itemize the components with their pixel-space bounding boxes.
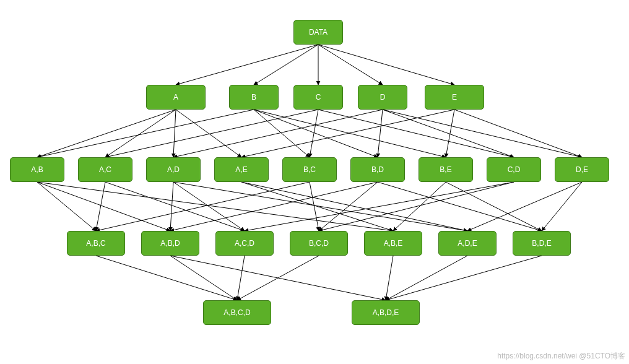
node-ac: A,C [78,157,132,182]
node-c: C [293,85,343,110]
node-a: A [146,85,206,110]
edge-data-e [318,45,454,85]
node-bde: B,D,E [513,231,571,256]
node-ab: A,B [10,157,64,182]
edge-bde-abde [386,256,542,300]
edge-ab-abe [37,182,393,231]
edge-cd-acd [245,182,514,231]
edge-a-ae [176,110,241,157]
edge-ad-ade [173,182,467,231]
edge-c-ac [105,110,318,157]
edge-a-ac [105,110,176,157]
node-de: D,E [555,157,609,182]
node-bcd: B,C,D [290,231,348,256]
edge-b-ab [37,110,254,157]
edge-bc-abc [96,182,310,231]
node-abc: A,B,C [67,231,125,256]
edge-abd-abde [170,256,386,300]
edge-d-bd [378,110,383,157]
node-cd: C,D [487,157,541,182]
node-bc: B,C [282,157,337,182]
edge-data-d [318,45,383,85]
edge-ad-abd [170,182,173,231]
edge-d-de [383,110,582,157]
node-acd: A,C,D [215,231,274,256]
edge-acd-abcd [237,256,245,300]
node-data: DATA [293,20,343,45]
edge-abc-abcd [96,256,237,300]
edge-ac-acd [105,182,245,231]
edge-ae-ade [241,182,467,231]
node-ad: A,D [146,157,201,182]
node-bd: B,D [350,157,405,182]
edge-be-abe [393,182,446,231]
edge-de-bde [542,182,582,231]
node-abde: A,B,D,E [352,300,420,325]
edge-c-bc [310,110,318,157]
node-e: E [425,85,484,110]
watermark-text: https://blog.csdn.net/wei @51CTO博客 [497,351,625,362]
edge-e-be [446,110,454,157]
edge-data-b [254,45,318,85]
node-ae: A,E [214,157,269,182]
edge-data-a [176,45,318,85]
edge-e-de [454,110,582,157]
node-d: D [358,85,407,110]
node-b: B [229,85,279,110]
edge-layer [0,0,629,364]
edge-a-ad [173,110,176,157]
edge-d-cd [383,110,514,157]
edge-d-ad [173,110,383,157]
edge-ade-abde [386,256,467,300]
node-be: B,E [419,157,473,182]
edge-abe-abde [386,256,393,300]
node-abd: A,B,D [141,231,199,256]
node-ade: A,D,E [438,231,497,256]
edge-a-ab [37,110,176,157]
edge-ab-abc [37,182,96,231]
node-abcd: A,B,C,D [203,300,271,325]
edge-ad-acd [173,182,245,231]
node-abe: A,B,E [364,231,422,256]
